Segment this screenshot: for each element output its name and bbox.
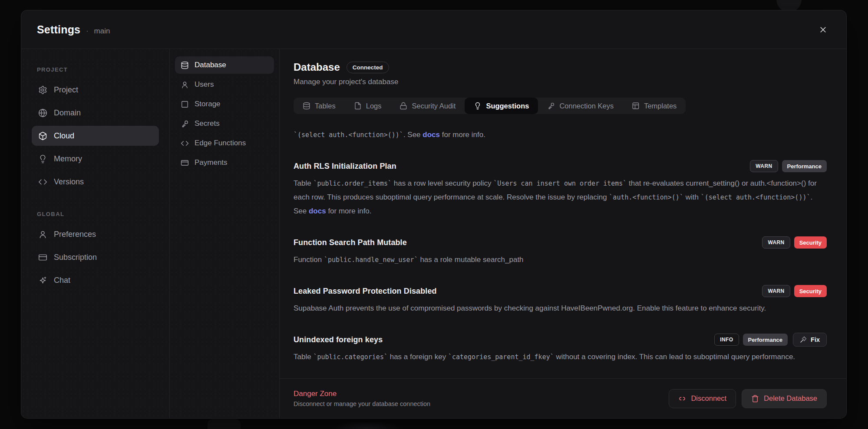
suggestion-title: Unindexed foreign keys [294,335,383,344]
warn-badge: WARN [762,236,790,249]
connected-badge: Connected [347,62,389,73]
trash-icon [751,395,759,403]
globe-icon [38,108,47,118]
suggestion-search-path: Function Search Path Mutable WARN Securi… [294,236,827,267]
security-badge: Security [794,285,827,297]
tab-connection-keys[interactable]: Connection Keys [538,98,623,114]
sidebar-item-label: Domain [54,108,81,118]
main-panel: Database Connected Manage your project's… [280,49,846,418]
subsidebar-item-storage[interactable]: Storage [175,95,274,113]
security-badge: Security [794,236,827,249]
danger-zone-actions: Disconnect Delete Database [669,389,827,408]
key-icon [181,120,189,128]
close-button[interactable] [815,22,831,37]
docs-link[interactable]: docs [309,207,326,215]
suggestion-auth-rls: Auth RLS Initialization Plan WARN Perfor… [294,160,827,218]
subsidebar-item-label: Database [195,61,226,69]
warn-badge: WARN [762,285,790,297]
table-icon [632,102,640,110]
suggestion-unindexed-fk: Unindexed foreign keys INFO Performance … [294,334,827,364]
sidebar-item-label: Memory [54,154,82,164]
fix-button[interactable]: Fix [793,333,827,347]
suggestion-title: Function Search Path Mutable [294,238,407,247]
subsidebar-item-label: Storage [195,100,221,108]
danger-zone-subtitle: Disconnect or manage your database conne… [294,400,430,407]
subsidebar-item-label: Edge Functions [195,139,246,147]
lightbulb-icon [38,154,47,164]
tab-logs[interactable]: Logs [345,98,391,114]
docs-link[interactable]: docs [422,131,440,139]
sidebar-item-label: Project [54,85,78,95]
sidebar-item-domain[interactable]: Domain [32,103,159,123]
unlink-icon [678,395,686,403]
tab-label: Templates [644,102,677,110]
close-icon [818,25,828,34]
tab-security-audit[interactable]: Security Audit [390,98,465,114]
key-icon [547,102,555,110]
code-icon [181,139,189,147]
page-title: Settings [37,23,80,36]
cube-icon [38,131,47,141]
danger-zone-text: Danger Zone Disconnect or manage your da… [294,390,430,407]
user-icon [38,230,47,239]
section-subtitle: Manage your project's database [294,78,827,86]
subsidebar-item-edge-functions[interactable]: Edge Functions [175,134,274,152]
modal-header: Settings · main [21,10,846,49]
performance-badge: Performance [743,334,788,346]
modal-body: PROJECT Project Domain Cloud Memory [21,49,846,418]
subsidebar-item-secrets[interactable]: Secrets [175,115,274,132]
subsidebar-item-label: Users [195,80,214,89]
subsidebar-item-label: Secrets [195,119,220,128]
delete-database-button[interactable]: Delete Database [742,389,827,408]
database-icon [303,102,310,110]
sidebar-item-preferences[interactable]: Preferences [32,224,159,244]
settings-modal: Settings · main PROJECT Project Domain [21,10,847,419]
background-shape [330,422,404,429]
gear-icon [38,85,47,95]
branch-label: main [94,27,110,36]
performance-badge: Performance [782,160,827,172]
sidebar-item-versions[interactable]: Versions [32,172,159,192]
disconnect-button[interactable]: Disconnect [669,389,736,408]
danger-zone: Danger Zone Disconnect or manage your da… [280,378,846,418]
sidebar-item-project[interactable]: Project [32,80,159,100]
sidebar-item-chat[interactable]: Chat [32,270,159,290]
code-icon [38,177,47,187]
sidebar-item-cloud[interactable]: Cloud [32,126,159,146]
info-badge: INFO [714,334,739,346]
sidebar-item-memory[interactable]: Memory [32,149,159,169]
sidebar-item-label: Subscription [54,253,97,262]
warn-badge: WARN [750,160,778,172]
tab-label: Suggestions [486,102,529,110]
main-header: Database Connected Manage your project's… [280,49,846,114]
database-tabbar: Tables Logs Security Audit Suggestions [294,98,686,114]
lightbulb-icon [474,102,482,110]
suggestion-description: Table `public.order_items` has a row lev… [294,177,827,218]
tab-suggestions[interactable]: Suggestions [465,98,538,114]
subsidebar-item-users[interactable]: Users [175,76,274,93]
suggestions-scroll-area[interactable]: `(select auth.<function>())`. See docs f… [280,114,846,378]
sidebar-item-subscription[interactable]: Subscription [32,247,159,267]
group-label-project: PROJECT [32,66,159,73]
tab-templates[interactable]: Templates [623,98,686,114]
delete-database-label: Delete Database [764,394,817,403]
wand-icon [800,336,807,343]
danger-zone-title: Danger Zone [294,390,430,398]
subsidebar-item-payments[interactable]: Payments [175,154,274,171]
suggestion-description: Function `public.handle_new_user` has a … [294,253,827,267]
user-icon [181,81,189,89]
tab-label: Connection Keys [559,102,614,110]
tab-label: Security Audit [412,102,455,110]
cloud-subsidebar: Database Users Storage Secrets Edge Func… [170,49,280,418]
card-icon [181,159,189,167]
credit-card-icon [38,253,47,262]
sidebar-item-label: Cloud [54,131,74,141]
suggestion-description: Supabase Auth prevents the use of compro… [294,301,827,315]
database-icon [181,61,189,69]
sidebar-item-label: Versions [54,177,84,187]
subsidebar-item-database[interactable]: Database [175,56,274,74]
tab-tables[interactable]: Tables [294,98,345,114]
tab-label: Tables [315,102,336,110]
title-separator: · [86,27,88,35]
settings-sidebar: PROJECT Project Domain Cloud Memory [21,49,170,418]
